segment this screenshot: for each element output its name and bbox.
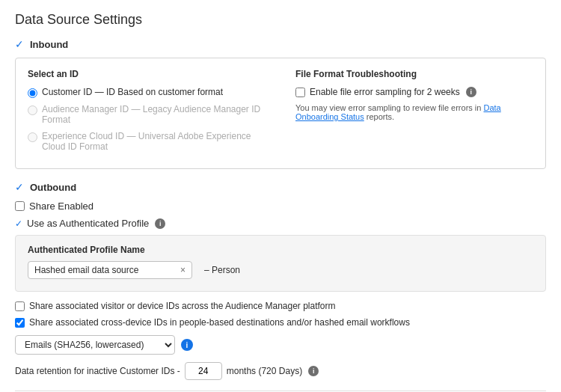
radio-audience-manager-id[interactable]: Audience Manager ID — Legacy Audience Ma… xyxy=(28,104,266,125)
radio-customer-id-label: Customer ID — ID Based on customer forma… xyxy=(42,87,223,97)
divider xyxy=(15,391,546,391)
email-select[interactable]: Emails (SHA256, lowercased) xyxy=(15,335,175,355)
share-cross-device-checkbox[interactable] xyxy=(15,318,25,328)
page-title: Data Source Settings xyxy=(15,12,546,28)
auth-profile-input[interactable] xyxy=(34,265,177,275)
outbound-header: ✓ Outbound xyxy=(15,181,546,193)
radio-experience-cloud-id-label: Experience Cloud ID — Universal Adobe Ex… xyxy=(42,131,266,152)
radio-audience-manager-id-input[interactable] xyxy=(28,105,37,115)
auth-profile-input-row: × – Person xyxy=(28,261,533,279)
id-section: Select an ID Customer ID — ID Based on c… xyxy=(28,69,266,158)
use-authenticated-label: Use as Authenticated Profile xyxy=(27,218,149,229)
auth-profile-clear-button[interactable]: × xyxy=(180,266,186,275)
inbound-label: Inbound xyxy=(30,39,68,50)
inbound-header: ✓ Inbound xyxy=(15,38,546,50)
share-rows: Share associated visitor or device IDs a… xyxy=(15,301,546,328)
email-info-icon[interactable]: i xyxy=(181,339,193,351)
file-error-sampling-row[interactable]: Enable file error sampling for 2 weeks i xyxy=(295,87,533,97)
use-authenticated-check-icon: ✓ xyxy=(15,218,22,229)
file-error-sampling-checkbox[interactable] xyxy=(295,88,305,97)
share-enabled-checkbox[interactable] xyxy=(15,201,25,211)
radio-audience-manager-id-label: Audience Manager ID — Legacy Audience Ma… xyxy=(42,104,266,125)
share-enabled-row[interactable]: Share Enabled xyxy=(15,200,546,212)
inbound-check-icon: ✓ xyxy=(15,38,24,50)
auth-profile-input-wrapper[interactable]: × xyxy=(28,261,192,279)
use-authenticated-info-icon[interactable]: i xyxy=(155,218,165,229)
file-format-section: File Format Troubleshooting Enable file … xyxy=(295,69,533,158)
share-visitor-row[interactable]: Share associated visitor or device IDs a… xyxy=(15,301,546,311)
share-cross-device-row[interactable]: Share associated cross-device IDs in peo… xyxy=(15,317,546,328)
person-tag: – Person xyxy=(204,265,240,275)
share-visitor-label: Share associated visitor or device IDs a… xyxy=(29,301,336,311)
radio-experience-cloud-id[interactable]: Experience Cloud ID — Universal Adobe Ex… xyxy=(28,131,266,152)
file-format-note: You may view error sampling to review fi… xyxy=(295,103,533,121)
file-format-note-text: You may view error sampling to review fi… xyxy=(295,103,483,112)
email-select-row[interactable]: Emails (SHA256, lowercased) i xyxy=(15,335,546,355)
use-authenticated-row[interactable]: ✓ Use as Authenticated Profile i xyxy=(15,218,546,229)
retention-suffix: months (720 Days) xyxy=(227,366,302,376)
id-section-title: Select an ID xyxy=(28,69,266,79)
file-format-note-end: reports. xyxy=(364,112,394,121)
inbound-box: Select an ID Customer ID — ID Based on c… xyxy=(15,58,546,169)
retention-row: Data retention for inactive Customer IDs… xyxy=(15,362,546,380)
radio-experience-cloud-id-input[interactable] xyxy=(28,132,37,142)
radio-customer-id[interactable]: Customer ID — ID Based on customer forma… xyxy=(28,87,266,98)
outbound-check-icon: ✓ xyxy=(15,181,24,193)
radio-customer-id-input[interactable] xyxy=(28,88,37,98)
retention-input[interactable] xyxy=(185,362,222,380)
retention-label: Data retention for inactive Customer IDs… xyxy=(15,366,180,376)
share-visitor-checkbox[interactable] xyxy=(15,301,25,311)
file-error-sampling-label: Enable file error sampling for 2 weeks xyxy=(310,87,460,97)
share-enabled-label: Share Enabled xyxy=(29,200,94,212)
auth-profile-title: Authenticated Profile Name xyxy=(28,245,533,255)
file-error-info-icon[interactable]: i xyxy=(466,87,476,97)
share-cross-device-label: Share associated cross-device IDs in peo… xyxy=(29,317,410,328)
outbound-label: Outbound xyxy=(30,182,76,193)
retention-info-icon[interactable]: i xyxy=(308,366,319,376)
authenticated-profile-box: Authenticated Profile Name × – Person xyxy=(15,235,546,292)
file-format-title: File Format Troubleshooting xyxy=(295,69,533,79)
